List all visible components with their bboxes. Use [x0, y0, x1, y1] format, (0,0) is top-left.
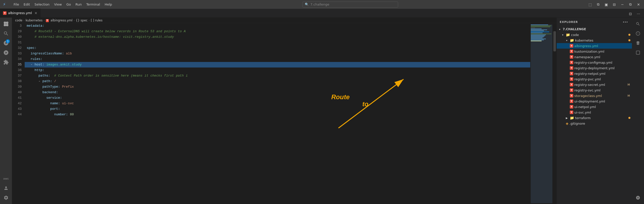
- menu-go[interactable]: Go: [64, 2, 73, 7]
- code-content[interactable]: metadata: # Route53 - ExternalDNS will c…: [25, 23, 530, 204]
- right-icon-4[interactable]: [634, 48, 642, 57]
- split-editor-icon[interactable]: ⧉: [595, 1, 602, 8]
- tree-item-registry-svc[interactable]: Y registry-svc.yml: [557, 87, 632, 93]
- menu-view[interactable]: View: [52, 2, 64, 7]
- activity-git[interactable]: 3: [2, 39, 10, 47]
- minimize-icon[interactable]: ─: [619, 1, 626, 8]
- folder-icon: 📁: [570, 38, 574, 42]
- tree-label-registry-configmap: registry-configmap.yml: [574, 61, 632, 64]
- tree-item-kustomization[interactable]: Y kustomization.yml: [557, 49, 632, 54]
- breadcrumb-sep-1: ›: [23, 19, 25, 22]
- breadcrumb-sep-2: ›: [44, 19, 45, 22]
- breadcrumb-icon-albingress: Y: [46, 18, 50, 22]
- line-num-33: 33: [12, 51, 22, 56]
- yaml-file-icon: Y: [570, 94, 573, 97]
- tree-item-registry-netpol[interactable]: Y registry-netpol.yml: [557, 71, 632, 76]
- activity-explorer[interactable]: [2, 20, 10, 28]
- activity-remote[interactable]: aws: [2, 174, 10, 183]
- code-line-3: metadata:: [25, 23, 530, 29]
- title-bar-center: 🔍 7.challenge: [117, 2, 584, 8]
- modified-badge-registry-secret: M: [628, 83, 632, 86]
- breadcrumb-spec[interactable]: {} spec: [76, 19, 88, 22]
- root-label: 7.CHALLENGE: [563, 27, 586, 31]
- tree-item-ui-netpol[interactable]: Y ui-netpol.yml: [557, 104, 632, 110]
- code-line-44: number: 80: [25, 112, 530, 117]
- tree-item-code[interactable]: ▾ 📁 code: [557, 32, 632, 38]
- chevron-right-icon: ▶: [565, 116, 569, 120]
- tree-item-ui-deployment[interactable]: Y ui-deployment.yml: [557, 98, 632, 104]
- activity-search[interactable]: [2, 29, 10, 38]
- code-line-29: # Route53 - ExternalDNS will create belo…: [25, 29, 530, 34]
- tab-albingress[interactable]: Y albingress.yml ✕: [0, 9, 41, 17]
- menu-file[interactable]: File: [12, 2, 21, 7]
- line-num-30: 30: [12, 34, 22, 40]
- close-icon[interactable]: ✕: [635, 1, 642, 8]
- tree-label-storageclass: storageclass.yml: [574, 94, 627, 98]
- scrollbar-thumb[interactable]: [553, 31, 556, 51]
- activity-extensions[interactable]: [2, 58, 10, 66]
- minimap: [530, 23, 553, 204]
- yaml-file-icon: Y: [570, 61, 573, 64]
- right-icon-3[interactable]: [634, 39, 642, 47]
- tree-root-7challenge[interactable]: ▾ 7.CHALLENGE: [557, 26, 632, 32]
- breadcrumb-rules[interactable]: [ ] rules: [91, 19, 103, 22]
- yaml-file-icon: Y: [570, 50, 573, 53]
- line-num-40: 40: [12, 90, 22, 95]
- layout-options-icon[interactable]: ⊟: [611, 1, 618, 8]
- vscode-icon: ⚡: [2, 2, 7, 7]
- line-num-29: 29: [12, 29, 22, 34]
- search-text: 7.challenge: [310, 3, 329, 6]
- menu-terminal[interactable]: Terminal: [84, 2, 102, 7]
- chevron-down-icon: ▾: [565, 38, 569, 42]
- tree-item-terraform[interactable]: ▶ 📁 terraform: [557, 115, 632, 121]
- tree-label-namespace: namespace.yml: [574, 55, 632, 59]
- tree-item-gitignore[interactable]: ◈ .gitignore: [557, 121, 632, 126]
- split-right-icon[interactable]: ⊡: [627, 10, 634, 17]
- layout-icon[interactable]: ⬚: [587, 1, 594, 8]
- code-line-39: pathType: Prefix: [25, 84, 530, 90]
- menu-help[interactable]: Help: [103, 2, 114, 7]
- breadcrumb-code[interactable]: code: [15, 19, 22, 22]
- search-bar[interactable]: 🔍 7.challenge: [302, 2, 398, 8]
- more-actions-icon[interactable]: ···: [635, 10, 642, 17]
- right-icon-5[interactable]: [634, 193, 642, 202]
- menu-edit[interactable]: Edit: [22, 2, 32, 7]
- chevron-down-icon: ▾: [561, 33, 565, 37]
- breadcrumb-albingress[interactable]: albingress.yml: [51, 19, 72, 22]
- main-layout: 3 aws code › kubernetes ›: [0, 18, 644, 204]
- new-file-icon[interactable]: ···: [622, 19, 629, 26]
- tree-item-registry-secret[interactable]: Y registry-secret.yml M: [557, 82, 632, 87]
- activity-settings[interactable]: [2, 193, 10, 202]
- tree-item-ui-svc[interactable]: Y ui-svc.yml: [557, 110, 632, 115]
- sidebar-tree[interactable]: ▾ 7.CHALLENGE ▾ 📁 code ▾ 📁 kubernetes: [557, 26, 632, 204]
- activity-debug[interactable]: [2, 48, 10, 57]
- modified-dot-terraform: [628, 117, 630, 119]
- tree-item-registry-configmap[interactable]: Y registry-configmap.yml: [557, 60, 632, 65]
- activity-accounts[interactable]: [2, 184, 10, 192]
- modified-dot-code: [628, 34, 630, 36]
- tree-item-albingress[interactable]: Y albingress.yml: [557, 43, 632, 49]
- line-num-43: 43: [12, 106, 22, 112]
- vertical-scrollbar[interactable]: [553, 23, 556, 204]
- code-line-31: [25, 40, 530, 45]
- code-line-42: name: ui-svc: [25, 101, 530, 106]
- tree-label-kustomization: kustomization.yml: [574, 50, 632, 53]
- git-icon: ◈: [566, 121, 569, 125]
- menu-run[interactable]: Run: [73, 2, 84, 7]
- right-icon-2[interactable]: [634, 29, 642, 38]
- tree-label-registry-deployment: registry-deployment.yml: [574, 66, 632, 70]
- tree-item-namespace[interactable]: Y namespace.yml: [557, 54, 632, 60]
- sidebar-toggle-icon[interactable]: ▣: [603, 1, 610, 8]
- tree-item-registry-deployment[interactable]: Y registry-deployment.yml: [557, 65, 632, 71]
- search-icon: 🔍: [305, 3, 309, 6]
- tab-close-button[interactable]: ✕: [34, 11, 37, 15]
- menu-selection[interactable]: Selection: [32, 2, 52, 7]
- tree-item-kubernetes[interactable]: ▾ 📁 kubernetes: [557, 38, 632, 43]
- code-line-36: http:: [25, 67, 530, 73]
- right-icon-1[interactable]: [634, 20, 642, 28]
- code-line-37: paths: # Context Path order is sensitive…: [25, 73, 530, 79]
- tree-item-storageclass[interactable]: Y storageclass.yml M: [557, 93, 632, 98]
- breadcrumb-kubernetes[interactable]: kubernetes: [26, 19, 43, 22]
- restore-icon[interactable]: ⧉: [627, 1, 634, 8]
- tree-item-registry-pvc[interactable]: Y registry-pvc.yml: [557, 76, 632, 82]
